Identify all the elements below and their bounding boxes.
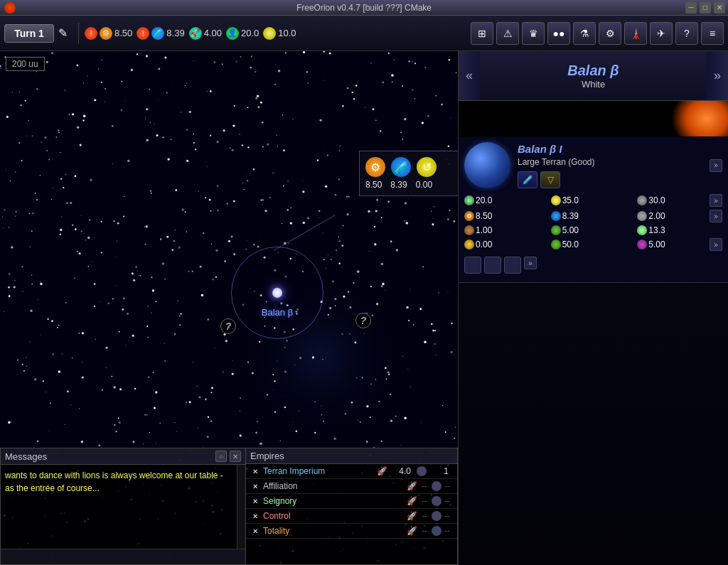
stats-row-1: 20.0 ☺ 35.0 30.0 » <box>464 194 722 207</box>
diplomacy-button[interactable]: ●● <box>547 22 570 45</box>
alert-research-icon: ! <box>136 27 149 40</box>
detection-value: 10.0 <box>278 28 296 38</box>
maximize-button[interactable]: □ <box>700 2 711 14</box>
scale-indicator: 200 uu <box>6 57 45 71</box>
seignory-fleet-icon: 🚀 <box>407 496 417 506</box>
alert-button[interactable]: ⚠ <box>496 22 519 45</box>
scale-value: 200 uu <box>12 59 38 69</box>
empires-panel: Empires ✕ Terran Imperium 🚀 4.0 1 ✕ <box>245 448 458 565</box>
map-area[interactable]: 200 uu ? ? Balan β ⚙ 🧪 ↺ 8.50 8 <box>0 51 458 565</box>
messages-close-button[interactable]: ✕ <box>230 451 241 462</box>
tooltip-industry-icon: ⚙ <box>365 157 385 177</box>
messages-panel: Messages ○ ✕ wants to dance with lions i… <box>0 448 245 565</box>
close-button[interactable]: ✕ <box>714 2 725 14</box>
design-button[interactable]: ⚙ <box>599 22 621 45</box>
stat-industry: ⚙ 8.50 <box>464 210 550 222</box>
terran-fleet-val: 4.0 <box>393 466 411 476</box>
empire-row-terran[interactable]: ✕ Terran Imperium 🚀 4.0 1 <box>246 464 457 479</box>
system-nav-left[interactable]: « <box>459 51 480 100</box>
minimize-button[interactable]: ─ <box>685 2 697 14</box>
minerals-icon <box>637 211 647 221</box>
pop-icon <box>464 195 474 205</box>
production-button[interactable]: 🗼 <box>624 22 647 45</box>
trade-icon <box>464 240 474 249</box>
expand-planet-button[interactable]: » <box>710 159 722 172</box>
population-resource: 👤 20.0 <box>226 27 259 40</box>
messages-header: Messages ○ ✕ <box>1 448 245 465</box>
buildings-row: » <box>464 254 722 276</box>
industry-resource: ! ⚙ 8.50 <box>85 27 132 40</box>
affil-planets-val: -- <box>444 481 450 491</box>
system-header: « Balan β White » <box>459 51 728 101</box>
main-area: 200 uu ? ? Balan β ⚙ 🧪 ↺ 8.50 8 <box>0 51 728 565</box>
terran-planets-val: 1 <box>431 466 449 476</box>
tech-button[interactable]: ⚗ <box>573 22 596 45</box>
shield-icon <box>637 195 647 205</box>
happy-icon: ☺ <box>551 195 561 205</box>
fleet-resource: 🚀 4.00 <box>189 27 222 40</box>
window-controls[interactable]: ─ □ ✕ <box>685 2 725 14</box>
empire-row-totality[interactable]: ✕ Totality 🚀 -- -- <box>246 524 457 539</box>
empire-row-affiliation[interactable]: ✕ Affiliation 🚀 -- -- <box>246 479 457 494</box>
stats-row-3: 1.00 5.00 13.3 <box>464 225 722 235</box>
empire-row-seignory[interactable]: ✕ Seignory 🚀 -- -- <box>246 494 457 509</box>
empire-row-control[interactable]: ✕ Control 🚀 -- -- <box>246 509 457 524</box>
empire-name-control: Control <box>263 511 407 521</box>
food-value: 5.00 <box>562 225 579 235</box>
trade-value: 0.00 <box>476 240 492 249</box>
empire-name-totality: Totality <box>263 526 407 536</box>
window-title: FreeOrion v0.4.7 [build ???] CMake <box>296 3 432 13</box>
terran-icon: ✕ <box>250 466 260 476</box>
research-icon: 🧪 <box>151 27 164 40</box>
stat-trade: 0.00 <box>464 238 550 251</box>
expand-buildings-button[interactable]: » <box>524 257 537 269</box>
affil-fleet-icon: 🚀 <box>407 481 417 491</box>
empire-button[interactable]: ♛ <box>522 22 545 45</box>
affil-fleet-val: -- <box>422 481 427 491</box>
stat-shield: 30.0 » <box>637 194 722 207</box>
supply-icon <box>551 240 561 249</box>
system-nav-right[interactable]: » <box>707 51 728 100</box>
research-resource: ! 🧪 8.39 <box>136 27 184 40</box>
star-glow <box>671 101 728 136</box>
colonize-button[interactable]: 🧪 <box>518 171 537 188</box>
bottom-area: Messages ○ ✕ wants to dance with lions i… <box>0 448 458 565</box>
messages-minimize-button[interactable]: ○ <box>215 451 227 462</box>
messages-input-row[interactable] <box>1 549 245 564</box>
right-panel: « Balan β White » Balan β I Large Terran… <box>458 51 728 565</box>
focus-button[interactable]: ▽ <box>540 171 560 188</box>
system-tooltip: ⚙ 🧪 ↺ 8.50 8.39 0.00 <box>359 151 458 196</box>
totality-fleet-icon: 🚀 <box>407 526 417 536</box>
messages-scrollbar[interactable] <box>237 465 245 549</box>
unknown-system-2[interactable]: ? <box>355 313 371 328</box>
help-button[interactable]: ? <box>675 22 698 45</box>
building-1[interactable] <box>464 257 481 274</box>
military-button[interactable]: ✈ <box>650 22 673 45</box>
growth-value: 13.3 <box>648 225 665 235</box>
expand-unknown-button[interactable]: » <box>710 238 722 251</box>
stat-minerals: 2.00 » <box>637 210 722 222</box>
messages-title: Messages <box>5 451 47 462</box>
building-3[interactable] <box>504 257 521 274</box>
empires-title: Empires <box>250 451 284 461</box>
menu-button[interactable]: ≡ <box>701 22 724 45</box>
seignory-fleet-val: -- <box>422 496 427 506</box>
right-panel-bottom <box>459 283 728 565</box>
map-button[interactable]: ⊞ <box>471 22 493 45</box>
stats-row-2: ⚙ 8.50 8.39 2.00 » <box>464 210 722 222</box>
turn-button[interactable]: Turn 1 <box>4 24 54 43</box>
control-icon: ✕ <box>250 511 260 521</box>
construction-icon <box>464 225 474 235</box>
unknown-system-1[interactable]: ? <box>220 318 236 334</box>
system-label[interactable]: Balan β <box>262 307 293 318</box>
toolbar-right: ⊞ ⚠ ♛ ●● ⚗ ⚙ 🗼 ✈ ? ≡ <box>471 22 724 45</box>
expand-shields-button[interactable]: » <box>710 194 722 207</box>
expand-minerals-button[interactable]: » <box>710 210 722 222</box>
growth-icon <box>637 225 647 235</box>
building-2[interactable] <box>484 257 501 274</box>
detection-resource: 👁 10.0 <box>263 27 296 40</box>
empires-list: ✕ Terran Imperium 🚀 4.0 1 ✕ Affiliation … <box>246 464 457 539</box>
cursor-tool-button[interactable]: ✎ <box>58 26 73 41</box>
research-stat-icon <box>551 211 561 221</box>
control-planets-val: -- <box>444 511 450 521</box>
